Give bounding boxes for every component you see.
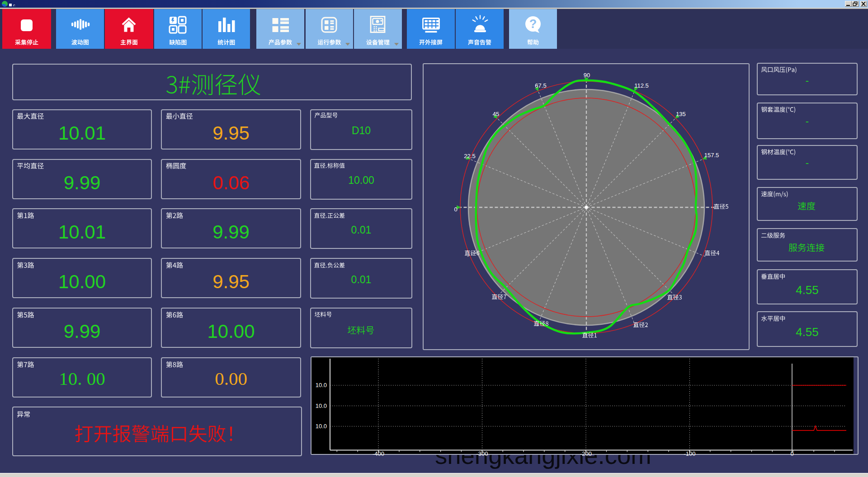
svg-text:112.5: 112.5 — [634, 82, 649, 89]
svg-text:0: 0 — [790, 450, 793, 457]
svg-text:0: 0 — [454, 206, 457, 213]
svg-text:-300: -300 — [476, 450, 488, 457]
svg-text:22.5: 22.5 — [464, 153, 475, 159]
svg-text:157.5: 157.5 — [704, 152, 719, 159]
svg-text:10.0: 10.0 — [316, 382, 327, 388]
svg-text:-100: -100 — [684, 450, 695, 457]
svg-text:10.0: 10.0 — [316, 423, 327, 430]
svg-text:-200: -200 — [580, 450, 592, 457]
svg-text:10.0: 10.0 — [316, 402, 327, 409]
svg-text:?: ? — [529, 17, 537, 31]
svg-text:67.5: 67.5 — [535, 82, 546, 89]
svg-text:135: 135 — [676, 111, 686, 117]
svg-text:-400: -400 — [373, 450, 384, 457]
svg-text:c: c — [13, 3, 15, 6]
svg-text:90: 90 — [584, 72, 590, 79]
svg-text:45: 45 — [493, 111, 499, 117]
